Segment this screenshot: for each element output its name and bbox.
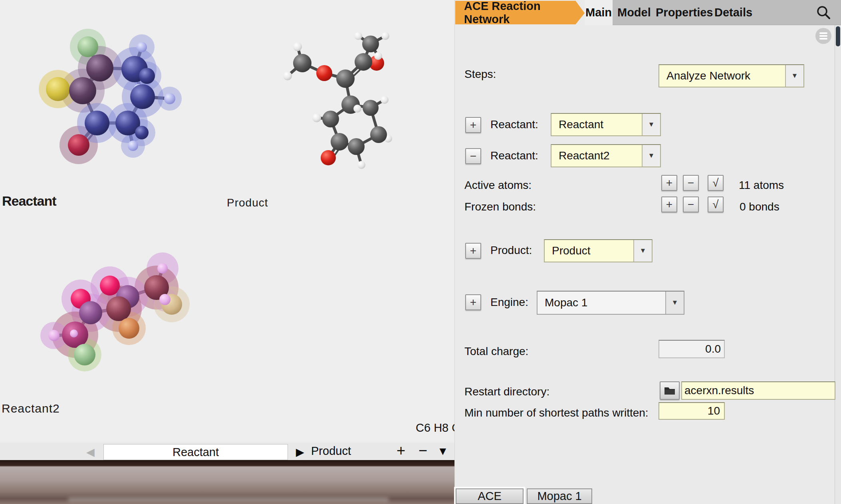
remove-reactant-button[interactable]: −: [465, 148, 481, 164]
restart-directory-label: Restart directory:: [464, 385, 549, 398]
product-molecule-render[interactable]: [276, 22, 411, 174]
tab-properties[interactable]: Properties: [656, 0, 713, 25]
active-atoms-add-button[interactable]: +: [661, 175, 677, 191]
tab-model[interactable]: Model: [617, 0, 651, 25]
engine-label: Engine:: [490, 296, 528, 309]
active-atoms-check-button[interactable]: √: [708, 175, 724, 191]
add-reactant-button[interactable]: +: [465, 117, 481, 133]
product-value: Product: [545, 240, 633, 262]
menu-bar: [819, 32, 827, 34]
application-window: Reactant Product Reactant2 C6 H8 O ◀ ▶ P…: [0, 0, 841, 504]
active-atoms-label: Active atoms:: [464, 179, 532, 192]
reactant2-dropdown[interactable]: Reactant2 ▼: [551, 144, 661, 167]
dropdown-arrow-icon: ▼: [633, 240, 652, 262]
min-paths-label: Min number of shortest paths written:: [464, 407, 649, 419]
engine-dropdown[interactable]: Mopac 1 ▼: [537, 291, 684, 315]
reactant-molecule-render[interactable]: [36, 20, 204, 172]
add-molecule-button[interactable]: +: [397, 442, 405, 459]
menu-bar: [819, 35, 827, 37]
reactant2-label: Reactant2: [2, 402, 60, 415]
steps-label: Steps:: [464, 68, 496, 81]
reactant2-label: Reactant:: [490, 149, 538, 162]
panel-menu-icon[interactable]: [815, 28, 831, 44]
product-label: Product: [227, 196, 268, 209]
frozen-bonds-count: 0 bonds: [740, 200, 780, 213]
dropdown-arrow-icon: ▼: [665, 292, 684, 314]
tab-main[interactable]: Main: [585, 0, 613, 25]
dropdown-arrow-icon: ▼: [642, 145, 660, 167]
reactant-label: Reactant: [2, 193, 56, 209]
molecule-list-dropdown-button[interactable]: ▼: [437, 445, 448, 458]
next-molecule-button[interactable]: ▶: [296, 446, 304, 458]
add-product-button[interactable]: +: [465, 243, 481, 259]
browse-folder-button[interactable]: [660, 381, 680, 400]
search-icon[interactable]: [815, 4, 832, 22]
next-molecule-name[interactable]: Product: [311, 444, 351, 458]
active-atoms-remove-button[interactable]: −: [683, 175, 699, 191]
reactant2-molecule-render[interactable]: [32, 250, 200, 381]
active-atoms-count: 11 atoms: [739, 179, 784, 192]
frozen-bonds-check-button[interactable]: √: [708, 196, 724, 212]
bottom-tab-ace[interactable]: ACE: [456, 488, 524, 504]
add-engine-button[interactable]: +: [465, 294, 481, 310]
current-molecule-input[interactable]: [103, 444, 288, 460]
engine-value: Mopac 1: [538, 292, 665, 314]
reactant1-label: Reactant:: [490, 118, 538, 131]
context-tab-ace-reaction-network[interactable]: ACE Reaction Network: [455, 1, 585, 24]
toolbar-reflection: [68, 498, 389, 502]
panel-scrollbar-thumb[interactable]: [836, 26, 840, 46]
reactant1-dropdown[interactable]: Reactant ▼: [551, 113, 661, 136]
menu-bar: [819, 38, 827, 40]
folder-icon: [664, 385, 676, 396]
reactant1-value: Reactant: [551, 114, 642, 135]
reactant2-value: Reactant2: [551, 145, 642, 167]
frozen-bonds-label: Frozen bonds:: [464, 200, 536, 213]
dropdown-arrow-icon: ▼: [642, 114, 660, 135]
previous-molecule-button[interactable]: ◀: [86, 446, 95, 458]
molecule-viewport[interactable]: Reactant Product Reactant2 C6 H8 O: [0, 0, 454, 442]
product-dropdown[interactable]: Product ▼: [544, 239, 653, 262]
steps-dropdown[interactable]: Analyze Network ▼: [659, 64, 804, 87]
frozen-bonds-remove-button[interactable]: −: [683, 196, 699, 212]
dropdown-arrow-icon: ▼: [785, 65, 803, 87]
remove-molecule-button[interactable]: −: [419, 442, 427, 459]
product-row-label: Product:: [490, 244, 532, 257]
total-charge-input[interactable]: [659, 340, 725, 358]
restart-directory-input[interactable]: [681, 381, 835, 400]
panel-scrollbar-track[interactable]: [835, 25, 841, 504]
total-charge-label: Total charge:: [464, 345, 528, 358]
steps-value: Analyze Network: [659, 65, 785, 87]
frozen-bonds-add-button[interactable]: +: [661, 196, 677, 212]
min-paths-input[interactable]: [659, 402, 725, 420]
bottom-tab-mopac[interactable]: Mopac 1: [527, 488, 592, 504]
chemical-formula: C6 H8 O: [416, 421, 451, 435]
tab-details[interactable]: Details: [714, 0, 752, 25]
